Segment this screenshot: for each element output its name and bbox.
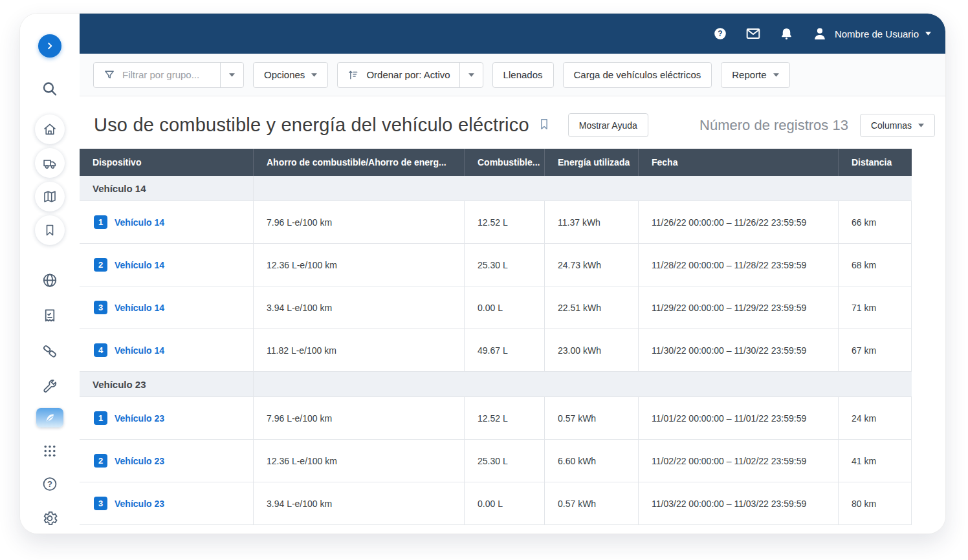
row-number-badge: 2 [94,454,107,468]
device-link[interactable]: Vehículo 23 [115,499,164,509]
group-label: Vehículo 14 [80,176,254,200]
map-icon [42,189,58,204]
sidebar-item-vehicles[interactable] [35,148,65,178]
table-cell: 11/30/22 00:00:00 – 11/30/22 23:59:59 [639,329,839,371]
sort-button[interactable]: Ordenar por: Activo [338,63,459,87]
leaf-icon [43,411,56,424]
table-cell: 24 km [839,397,912,439]
device-cell: 1Vehículo 14 [80,201,254,243]
sort-icon [347,69,360,81]
table-cell: 0.57 kWh [545,397,639,439]
fillups-button[interactable]: Llenados [492,62,554,88]
sidebar-item-bookmarks[interactable] [35,215,65,245]
device-link[interactable]: Vehículo 14 [115,303,164,313]
sidebar-expand-button[interactable] [38,34,61,58]
sidebar-item-links[interactable] [41,343,59,360]
report-label: Reporte [732,69,766,80]
table-cell: 71 km [839,286,912,328]
group-row: Vehículo 23 [80,372,912,397]
sidebar-item-zones[interactable] [41,272,59,289]
column-header[interactable]: Dispositivo [80,149,254,176]
gear-icon [41,510,59,527]
column-header[interactable]: Fecha [639,149,839,176]
device-link[interactable]: Vehículo 23 [115,413,164,424]
column-header[interactable]: Ahorro de combustible/Ahorro de energ... [254,149,465,176]
table-cell: 11/28/22 00:00:00 – 11/28/22 23:59:59 [639,244,839,286]
options-button[interactable]: Opciones [253,62,328,88]
sidebar-item-settings[interactable] [41,510,59,527]
row-number-badge: 2 [94,258,107,272]
app-window: ? ? Nombre de Usuario [19,13,946,534]
sidebar-item-maintenance[interactable] [41,378,59,396]
table-cell: 7.96 L-e/100 km [254,201,465,243]
table-row: 4Vehículo 1411.82 L-e/100 km49.67 L23.00… [80,329,912,372]
bookmark-page-button[interactable] [537,117,551,134]
table-row: 1Vehículo 147.96 L-e/100 km12.52 L11.37 … [80,201,912,244]
user-avatar-icon [811,25,828,42]
table-cell: 80 km [839,482,912,524]
bell-icon [779,27,794,41]
sidebar-item-support[interactable]: ? [41,475,59,493]
sidebar-item-rules[interactable] [41,307,58,324]
sidebar-item-apps[interactable] [42,443,58,459]
report-table: DispositivoAhorro de combustible/Ahorro … [80,149,912,525]
messages-button[interactable] [745,25,762,42]
table-row: 2Vehículo 2312.36 L-e/100 km25.30 L6.60 … [80,440,912,482]
group-filter-input[interactable]: Filtrar por grupo... [94,63,220,87]
bookmark-outline-icon [537,117,551,131]
sidebar-item-search[interactable] [41,80,59,98]
column-header[interactable]: Distancia [839,149,912,176]
table-cell: 11.82 L-e/100 km [254,329,465,371]
apps-grid-icon [42,443,58,459]
columns-label: Columnas [871,120,912,131]
device-link[interactable]: Vehículo 14 [115,345,164,356]
notifications-button[interactable] [779,27,794,41]
truck-icon [42,155,58,171]
chevron-down-icon [918,124,924,127]
device-cell: 2Vehículo 23 [80,440,254,482]
sort-dropdown-button[interactable] [459,63,483,87]
svg-text:?: ? [47,479,52,489]
table-cell: 25.30 L [465,440,545,482]
filter-placeholder: Filtrar por grupo... [122,69,199,80]
columns-button[interactable]: Columnas [860,114,935,137]
user-menu[interactable]: Nombre de Usuario [811,25,931,42]
row-number-badge: 3 [94,497,107,510]
table-cell: 23.00 kWh [545,329,639,371]
filter-funnel-icon [103,69,116,81]
sidebar-item-ev-fuel-report-active[interactable] [36,408,63,427]
device-link[interactable]: Vehículo 14 [115,217,164,228]
main-area: ? Nombre de Usuario Filtrar por grupo... [80,14,945,533]
group-row-filler [254,372,912,396]
chain-links-icon [41,343,59,360]
table-cell: 11.37 kWh [545,201,639,243]
sidebar-item-home[interactable] [35,114,65,144]
table-cell: 3.94 L-e/100 km [254,286,465,328]
table-body: Vehículo 141Vehículo 147.96 L-e/100 km12… [80,176,912,525]
device-link[interactable]: Vehículo 14 [115,260,164,270]
device-link[interactable]: Vehículo 23 [115,456,164,466]
wrench-icon [41,378,59,396]
chevron-down-icon [925,32,931,36]
row-number-badge: 4 [94,343,107,357]
table-cell: 0.57 kWh [545,482,639,524]
group-label: Vehículo 23 [80,372,254,396]
table-row: 2Vehículo 1412.36 L-e/100 km25.30 L24.73… [80,244,912,286]
sidebar-item-map[interactable] [35,182,65,211]
column-header[interactable]: Combustible... [465,149,545,176]
show-help-button[interactable]: Mostrar Ayuda [568,113,648,137]
user-name: Nombre de Usuario [835,28,919,39]
search-icon [41,80,59,98]
ev-charging-button[interactable]: Carga de vehículos eléctricos [563,62,712,88]
ev-charging-label: Carga de vehículos eléctricos [574,69,701,80]
table-cell: 68 km [839,244,912,286]
report-button[interactable]: Reporte [721,62,789,88]
help-button[interactable]: ? [713,27,727,41]
chevron-down-icon [773,73,779,77]
column-header[interactable]: Energía utilizada [545,149,639,176]
group-filter-dropdown-button[interactable] [220,63,243,87]
svg-text:?: ? [718,29,722,38]
table-cell: 49.67 L [465,329,545,371]
table-cell: 0.00 L [465,286,545,328]
sort-label: Ordenar por: Activo [366,69,450,80]
